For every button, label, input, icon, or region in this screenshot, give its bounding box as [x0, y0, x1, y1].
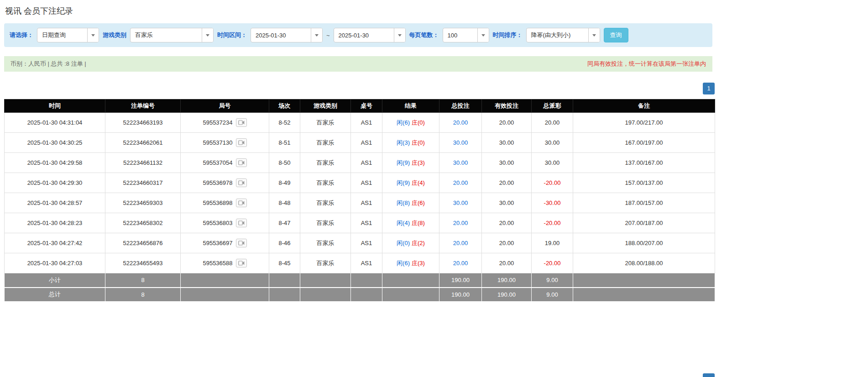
- subtotal-total-bet: 190.00: [439, 273, 482, 288]
- pagination-page-bottom[interactable]: 1: [703, 373, 715, 377]
- cell-time: 2025-01-30 04:31:04: [5, 113, 105, 133]
- total-bet-link[interactable]: 20.00: [453, 119, 468, 126]
- cell-total-bet: 30.00: [439, 153, 482, 173]
- cell-valid-bet: 20.00: [482, 233, 532, 253]
- game-type-dropdown[interactable]: 百家乐: [130, 28, 214, 42]
- cell-note: 137.00/167.00: [573, 153, 715, 173]
- result-player: 闲(6): [397, 260, 410, 267]
- result-player: 闲(3): [397, 139, 410, 146]
- filter-label-sort-order: 时间排序：: [493, 31, 523, 39]
- column-header-total-bet: 总投注: [439, 99, 482, 113]
- cell-payout: -20.00: [532, 173, 573, 193]
- cell-valid-bet: 30.00: [482, 193, 532, 213]
- date-from-value[interactable]: 2025-01-30: [251, 28, 311, 42]
- date-to-input[interactable]: 2025-01-30: [334, 28, 406, 42]
- total-label: 总计: [5, 288, 105, 302]
- cell-time: 2025-01-30 04:27:42: [5, 233, 105, 253]
- cell-bet-id: 522234663193: [105, 113, 181, 133]
- cell-time: 2025-01-30 04:27:03: [5, 253, 105, 273]
- cell-valid-bet: 20.00: [482, 173, 532, 193]
- cell-result: 闲(8)庄(6): [382, 193, 439, 213]
- sort-order-value[interactable]: 降幂(由大到小): [527, 28, 588, 42]
- select-type-dropdown[interactable]: 日期查询: [37, 28, 99, 42]
- cell-note: 187.00/157.00: [573, 193, 715, 213]
- date-to-value[interactable]: 2025-01-30: [334, 28, 394, 42]
- sort-order-dropdown[interactable]: 降幂(由大到小): [526, 28, 600, 42]
- cell-session: 8-48: [269, 193, 300, 213]
- subtotal-count: 8: [105, 273, 181, 288]
- cell-bet-id: 522234661132: [105, 153, 181, 173]
- replay-video-icon[interactable]: [236, 158, 247, 167]
- cell-time: 2025-01-30 04:29:58: [5, 153, 105, 173]
- records-body: 2025-01-30 04:31:04 522234663193 5955372…: [5, 113, 715, 273]
- table-row: 2025-01-30 04:30:25 522234662061 5955371…: [5, 133, 715, 153]
- cell-result: 闲(6)庄(0): [382, 113, 439, 133]
- total-bet-link[interactable]: 30.00: [453, 139, 468, 146]
- replay-video-icon[interactable]: [236, 219, 247, 227]
- cell-valid-bet: 20.00: [482, 213, 532, 233]
- cell-time: 2025-01-30 04:29:30: [5, 173, 105, 193]
- grand-total-row: 总计 8 190.00 190.00 9.00: [5, 288, 715, 302]
- table-row: 2025-01-30 04:28:57 522234659303 5955368…: [5, 193, 715, 213]
- cell-valid-bet: 30.00: [482, 133, 532, 153]
- filter-label-page-size: 每页笔数：: [409, 31, 439, 39]
- column-header-note: 备注: [573, 99, 715, 113]
- cell-game-type: 百家乐: [300, 213, 351, 233]
- cell-note: 197.00/217.00: [573, 113, 715, 133]
- replay-video-icon[interactable]: [236, 259, 247, 267]
- cell-payout: -20.00: [532, 213, 573, 233]
- pagination-page-1[interactable]: 1: [703, 83, 715, 94]
- round-id-text: 595537130: [203, 139, 232, 146]
- result-banker: 庄(3): [412, 260, 425, 267]
- replay-video-icon[interactable]: [236, 178, 247, 187]
- date-from-input[interactable]: 2025-01-30: [251, 28, 323, 42]
- search-button[interactable]: 查询: [604, 28, 628, 42]
- cell-game-type: 百家乐: [300, 253, 351, 273]
- chevron-down-icon[interactable]: [311, 28, 322, 42]
- table-row: 2025-01-30 04:29:58 522234661132 5955370…: [5, 153, 715, 173]
- cell-time: 2025-01-30 04:30:25: [5, 133, 105, 153]
- chevron-down-icon[interactable]: [588, 28, 600, 42]
- page-size-value[interactable]: 100: [443, 28, 477, 42]
- total-bet-link[interactable]: 20.00: [453, 260, 468, 267]
- replay-video-icon[interactable]: [236, 199, 247, 207]
- round-id-text: 595537234: [203, 119, 232, 126]
- cell-session: 8-52: [269, 113, 300, 133]
- result-banker: 庄(4): [412, 179, 425, 186]
- column-header-round-id: 局号: [181, 99, 269, 113]
- total-bet-link[interactable]: 20.00: [453, 220, 468, 226]
- cell-bet-id: 522234656876: [105, 233, 181, 253]
- cell-payout: -20.00: [532, 253, 573, 273]
- cell-note: 167.00/197.00: [573, 133, 715, 153]
- filter-label-game-type: 游戏类别: [103, 31, 126, 39]
- cell-game-type: 百家乐: [300, 193, 351, 213]
- cell-result: 闲(6)庄(3): [382, 253, 439, 273]
- cell-round-id: 595536588: [181, 253, 269, 273]
- round-id-text: 595536898: [203, 199, 232, 206]
- cell-valid-bet: 20.00: [482, 113, 532, 133]
- total-bet-link[interactable]: 30.00: [453, 199, 468, 206]
- chevron-down-icon[interactable]: [394, 28, 405, 42]
- cell-payout: -30.00: [532, 193, 573, 213]
- game-type-value[interactable]: 百家乐: [131, 28, 202, 42]
- cell-payout: 20.00: [532, 113, 573, 133]
- chevron-down-icon[interactable]: [202, 28, 213, 42]
- cell-result: 闲(9)庄(3): [382, 153, 439, 173]
- result-player: 闲(0): [397, 240, 410, 246]
- records-table: 时间 注单编号 局号 场次 游戏类别 桌号 结果 总投注 有效投注 总派彩 备注…: [4, 99, 715, 302]
- replay-video-icon[interactable]: [236, 239, 247, 247]
- cell-table-no: AS1: [351, 213, 382, 233]
- select-type-value[interactable]: 日期查询: [37, 28, 87, 42]
- page-size-dropdown[interactable]: 100: [443, 28, 489, 42]
- round-id-text: 595536588: [203, 260, 232, 267]
- total-payout: 9.00: [532, 288, 573, 302]
- cell-result: 闲(0)庄(2): [382, 233, 439, 253]
- table-row: 2025-01-30 04:31:04 522234663193 5955372…: [5, 113, 715, 133]
- replay-video-icon[interactable]: [236, 118, 247, 127]
- total-bet-link[interactable]: 20.00: [453, 179, 468, 186]
- chevron-down-icon[interactable]: [477, 28, 489, 42]
- total-bet-link[interactable]: 20.00: [453, 240, 468, 246]
- replay-video-icon[interactable]: [236, 138, 247, 147]
- chevron-down-icon[interactable]: [87, 28, 99, 42]
- total-bet-link[interactable]: 30.00: [453, 159, 468, 166]
